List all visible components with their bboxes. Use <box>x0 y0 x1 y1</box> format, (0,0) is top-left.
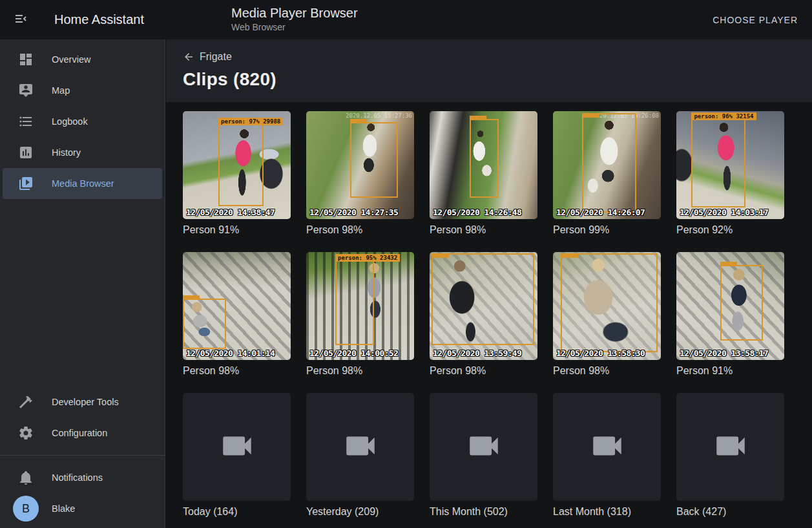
clip-tile[interactable]: 12/05/2020 14:01:14 Person 98% <box>183 252 291 377</box>
detection-box: person: 96% 32154 <box>691 119 745 207</box>
clip-tile[interactable]: person: 97% 29988 12/05/2020 14:38:47 Pe… <box>183 111 291 236</box>
video-camera-icon <box>218 427 256 467</box>
clip-timestamp: 12/05/2020 14:27:35 <box>309 207 398 217</box>
folder-tile-today[interactable]: Today (164) <box>183 393 291 518</box>
detection-box: person: 95% 23432 <box>335 260 374 344</box>
sidebar-item-logbook[interactable]: Logbook <box>3 106 162 137</box>
clip-thumbnail: person: 96% 32154 12/05/2020 14:03:17 <box>676 111 784 219</box>
clip-timestamp: 12/05/2020 14:03:17 <box>680 207 768 217</box>
folder-thumbnail <box>430 393 537 501</box>
media-player-browser-heading: Media Player Browser Web Browser <box>231 5 358 32</box>
detection-label: person: 95% 23432 <box>335 254 400 262</box>
folder-thumbnail <box>183 393 291 501</box>
clip-timestamp: 12/05/2020 13:58:30 <box>556 348 645 358</box>
list-bulleted-icon <box>18 114 34 129</box>
sidebar-item-map[interactable]: Map <box>3 75 162 106</box>
detection-box <box>582 113 636 213</box>
sidebar-item-label: Map <box>52 85 70 96</box>
clip-thumbnail: 2020.12.05 15:26:08 12/05/2020 14:26:07 <box>553 111 661 219</box>
folder-caption: Yesterday (209) <box>306 506 414 518</box>
clip-thumbnail: person: 95% 23432 12/05/2020 14:00:52 <box>306 252 414 360</box>
video-camera-icon <box>712 427 749 467</box>
clip-thumbnail: 12/05/2020 14:01:14 <box>183 252 291 360</box>
user-name: Blake <box>52 503 75 514</box>
page-subtitle: Web Browser <box>231 22 358 32</box>
bell-icon <box>18 470 34 485</box>
detection-box <box>183 299 226 349</box>
clip-thumbnail: 12/05/2020 14:26:48 <box>430 111 537 219</box>
sidebar-item-label: Configuration <box>52 428 107 438</box>
folder-thumbnail <box>306 393 414 501</box>
folder-tile-this-month[interactable]: This Month (502) <box>430 393 537 518</box>
clip-timestamp: 12/05/2020 13:59:49 <box>433 348 521 358</box>
video-camera-icon <box>465 427 503 467</box>
menu-open-icon <box>13 11 28 29</box>
folder-tile-yesterday[interactable]: Yesterday (209) <box>306 393 414 518</box>
detection-box <box>350 122 397 198</box>
sidebar-item-developer-tools[interactable]: Developer Tools <box>3 386 162 417</box>
sidebar-item-overview[interactable]: Overview <box>3 44 162 75</box>
folder-tile-back[interactable]: Back (427) <box>676 393 784 518</box>
folder-caption: Back (427) <box>676 506 784 518</box>
sidebar-item-label: Notifications <box>52 472 103 483</box>
clip-caption: Person 92% <box>676 224 784 236</box>
clip-thumbnail: 12/05/2020 13:59:49 <box>430 252 537 360</box>
clip-tile[interactable]: 12/05/2020 13:59:49 Person 98% <box>430 252 537 377</box>
clip-tile[interactable]: 12/05/2020 13:58:30 Person 98% <box>553 252 661 377</box>
detection-box <box>470 119 499 198</box>
detection-label <box>183 295 200 299</box>
sidebar-item-notifications[interactable]: Notifications <box>3 462 162 493</box>
sidebar-item-user-profile[interactable]: B Blake <box>3 493 162 524</box>
play-box-multiple-icon <box>18 176 34 191</box>
page-title: Media Player Browser <box>231 5 358 21</box>
sidebar-divider <box>0 455 165 456</box>
gear-icon <box>18 425 34 441</box>
sidebar-toggle-button[interactable] <box>5 5 36 36</box>
sidebar-item-label: Overview <box>52 54 90 65</box>
clip-thumbnail: 12/05/2020 13:58:17 <box>676 252 784 360</box>
choose-player-button[interactable]: CHOOSE PLAYER <box>705 0 806 39</box>
tooltip-account-icon <box>18 83 34 98</box>
folder-thumbnail <box>553 393 661 501</box>
folder-caption: Today (164) <box>183 506 291 518</box>
clip-caption: Person 98% <box>430 224 537 236</box>
clip-caption: Person 98% <box>306 365 414 377</box>
clip-tile[interactable]: 2020.12.05 15:27:36 12/05/2020 14:27:35 … <box>306 111 414 236</box>
breadcrumb-back-frigate[interactable]: Frigate <box>183 39 232 63</box>
clip-thumbnail: person: 97% 29988 12/05/2020 14:38:47 <box>183 111 291 219</box>
clips-grid: person: 97% 29988 12/05/2020 14:38:47 Pe… <box>166 102 812 518</box>
clip-thumbnail: 12/05/2020 13:58:30 <box>553 252 661 360</box>
clip-caption: Person 98% <box>306 224 414 236</box>
detection-box <box>561 253 658 353</box>
detection-box: person: 97% 29988 <box>218 124 264 206</box>
detection-label <box>350 119 367 123</box>
sidebar: Overview Map Logbook History Media Brows… <box>0 39 165 528</box>
sidebar-item-label: Media Browser <box>52 178 114 189</box>
clip-caption: Person 99% <box>553 224 661 236</box>
page-title-clips: Clips (820) <box>183 69 812 90</box>
clip-timestamp: 12/05/2020 14:26:48 <box>433 207 521 217</box>
hammer-icon <box>18 394 34 410</box>
clip-tile[interactable]: 2020.12.05 15:26:08 12/05/2020 14:26:07 … <box>553 111 661 236</box>
detection-label <box>432 254 449 258</box>
sidebar-item-history[interactable]: History <box>3 137 162 168</box>
breadcrumb-label: Frigate <box>200 51 232 63</box>
detection-box <box>720 265 762 341</box>
clip-caption: Person 98% <box>553 365 661 377</box>
app-title: Home Assistant <box>54 12 144 27</box>
folder-tile-last-month[interactable]: Last Month (318) <box>553 393 661 518</box>
clip-tile[interactable]: 12/05/2020 14:26:48 Person 98% <box>430 111 537 236</box>
app-header: Home Assistant Media Player Browser Web … <box>0 0 812 39</box>
clip-tile[interactable]: 12/05/2020 13:58:17 Person 91% <box>676 252 784 377</box>
detection-label <box>561 254 578 258</box>
sidebar-item-configuration[interactable]: Configuration <box>3 417 162 449</box>
user-avatar: B <box>13 496 39 522</box>
clip-timestamp: 12/05/2020 14:26:07 <box>556 207 645 217</box>
sidebar-item-media-browser[interactable]: Media Browser <box>3 168 162 199</box>
clip-caption: Person 98% <box>183 365 291 377</box>
clip-timestamp: 12/05/2020 14:00:52 <box>309 348 398 358</box>
clip-tile[interactable]: person: 95% 23432 12/05/2020 14:00:52 Pe… <box>306 252 414 377</box>
clip-tile[interactable]: person: 96% 32154 12/05/2020 14:03:17 Pe… <box>676 111 784 236</box>
sidebar-item-label: Developer Tools <box>52 397 119 407</box>
arrow-left-icon <box>183 51 194 63</box>
